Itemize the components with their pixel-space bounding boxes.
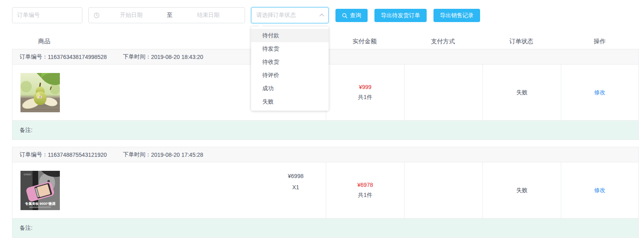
paid-amount-cell: ¥999 共1件 — [326, 65, 404, 120]
order-status-option-list: 待付款 待发货 待收货 待评价 成功 失败 — [251, 29, 329, 108]
status-option-pending-payment[interactable]: 待付款 — [251, 29, 329, 42]
order-status: 失败 — [516, 89, 527, 96]
search-button[interactable]: 查询 — [335, 9, 368, 22]
search-icon — [342, 13, 348, 18]
date-range-separator: 至 — [163, 12, 177, 19]
column-header-action: 操作 — [560, 38, 639, 45]
clock-icon — [94, 12, 100, 18]
order-number-label: 订单编号： — [20, 151, 48, 158]
modify-link[interactable]: 修改 — [594, 89, 605, 96]
column-header-pay-method: 支付方式 — [404, 38, 482, 45]
paid-count: 共1件 — [358, 192, 372, 199]
product-image-camera: CASIO 专属美妆 9000°微调 — [20, 171, 60, 210]
action-cell: 修改 — [561, 65, 638, 120]
status-option-pending-receipt[interactable]: 待收货 — [251, 55, 329, 69]
remark-label: 备注: — [20, 225, 33, 232]
pay-method-cell — [404, 65, 482, 120]
action-cell: 修改 — [561, 162, 638, 218]
order-time-value: 2019-08-20 17:45:28 — [151, 152, 203, 158]
status-option-pending-review[interactable]: 待评价 — [251, 69, 329, 82]
order-status-dropdown: 待付款 待发货 待收货 待评价 成功 失败 — [251, 26, 329, 111]
search-button-label: 查询 — [350, 12, 361, 19]
export-pending-shipment-button[interactable]: 导出待发货订单 — [374, 9, 427, 22]
order-status-cell: 失败 — [482, 65, 561, 120]
paid-amount-cell: ¥6978 共1件 — [326, 162, 404, 218]
product-image-caption-text: 专属美妆 9000°微调 — [25, 202, 55, 206]
order-number-input[interactable]: 订单编号 — [12, 7, 82, 23]
order-number-value: 1163748875543121920 — [48, 152, 107, 158]
product-image-brand-text: CASIO — [24, 173, 31, 176]
dropdown-caret — [258, 24, 263, 28]
paid-count: 共1件 — [358, 94, 372, 101]
order-status-select[interactable]: 请选择订单状态 — [251, 7, 329, 23]
order-card-header: 订单编号：1163748875543121920 下单时间：2019-08-20… — [12, 147, 638, 162]
status-option-pending-shipment[interactable]: 待发货 — [251, 42, 329, 55]
export-sales-records-button[interactable]: 导出销售记录 — [433, 9, 480, 22]
order-time-label: 下单时间： — [123, 53, 151, 61]
order-status-select-wrap: 请选择订单状态 待付款 待发货 待收货 待评价 成功 失败 — [251, 7, 329, 23]
date-range-picker[interactable]: 开始日期 至 结束日期 — [88, 7, 245, 23]
order-time-label: 下单时间： — [123, 151, 151, 158]
order-time-value: 2019-08-20 18:43:20 — [151, 54, 203, 60]
column-header-paid-amount: 实付金额 — [325, 38, 404, 45]
order-card: 订单编号：1163748875543121920 下单时间：2019-08-20… — [12, 147, 639, 238]
quantity: X1 — [266, 182, 326, 193]
unit-price-quantity: ¥6998 X1 — [266, 162, 326, 193]
pay-method-cell — [404, 162, 482, 218]
unit-price: ¥6998 — [266, 170, 326, 182]
export-sales-records-label: 导出销售记录 — [440, 12, 474, 19]
order-remark-row: 备注: — [12, 120, 638, 140]
order-status: 失败 — [516, 187, 527, 194]
order-remark-row: 备注: — [12, 218, 638, 237]
end-date-input[interactable]: 结束日期 — [177, 12, 240, 19]
order-management-page: 订单编号 开始日期 至 结束日期 请选择订单状态 待付款 待 — [0, 0, 644, 249]
toolbar: 订单编号 开始日期 至 结束日期 请选择订单状态 待付款 待 — [0, 0, 644, 23]
start-date-input[interactable]: 开始日期 — [100, 12, 163, 19]
order-status-placeholder: 请选择订单状态 — [256, 12, 296, 19]
modify-link[interactable]: 修改 — [594, 187, 605, 194]
remark-label: 备注: — [20, 127, 33, 134]
paid-amount: ¥999 — [359, 84, 371, 90]
column-header-order-status: 订单状态 — [482, 38, 560, 45]
paid-amount: ¥6978 — [358, 182, 373, 188]
order-status-cell: 失败 — [482, 162, 561, 218]
chevron-up-icon — [319, 14, 324, 18]
order-number-placeholder: 订单编号 — [17, 12, 40, 19]
product-image-pear — [20, 73, 60, 112]
order-number-label: 订单编号： — [20, 53, 48, 61]
product-cell: CASIO 专属美妆 9000°微调 ¥6998 X1 — [12, 162, 326, 218]
order-row: CASIO 专属美妆 9000°微调 ¥6998 X1 ¥6978 共1件 失败 — [12, 162, 638, 218]
status-option-success[interactable]: 成功 — [251, 82, 329, 95]
status-option-failed[interactable]: 失败 — [251, 95, 329, 108]
export-pending-shipment-label: 导出待发货订单 — [381, 12, 420, 19]
order-number-value: 1163763438174998528 — [48, 54, 107, 60]
